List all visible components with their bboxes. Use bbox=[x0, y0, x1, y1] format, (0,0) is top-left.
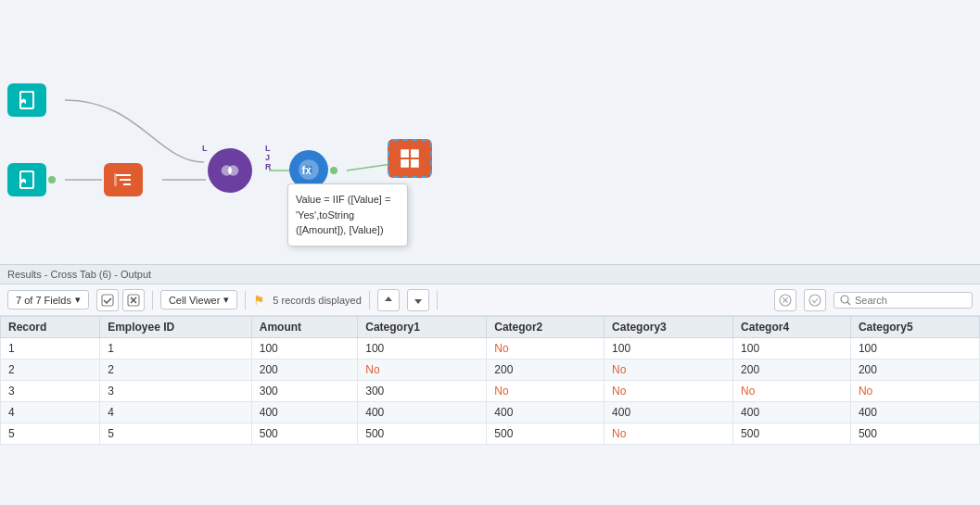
col-header-cat5: Category5 bbox=[850, 317, 979, 338]
output-dot-book2 bbox=[48, 176, 56, 183]
table-row: 33300300NoNoNoNo bbox=[1, 381, 980, 402]
book-icon-2 bbox=[16, 169, 38, 191]
search-input[interactable] bbox=[855, 295, 966, 306]
flag-icon: ⚑ bbox=[253, 293, 265, 308]
table-cell: 300 bbox=[358, 381, 487, 402]
book-icon bbox=[16, 89, 38, 111]
table-cell: 100 bbox=[733, 338, 851, 360]
col-header-amount: Amount bbox=[251, 317, 358, 338]
col-header-record: Record bbox=[1, 317, 100, 338]
svg-point-9 bbox=[809, 295, 821, 306]
col-header-cat4: Categor4 bbox=[733, 317, 851, 338]
table-cell: 400 bbox=[487, 402, 605, 423]
col-header-cat1: Category1 bbox=[358, 317, 487, 338]
svg-rect-2 bbox=[114, 173, 117, 186]
workflow-canvas: L L J R fx bbox=[0, 0, 980, 264]
crosstab-node[interactable] bbox=[388, 139, 432, 178]
table-cell: No bbox=[358, 360, 487, 381]
table-row: 22200No200No200200 bbox=[1, 360, 980, 381]
table-cell: 300 bbox=[251, 381, 358, 402]
results-table: Record Employee ID Amount Category1 Cate… bbox=[0, 316, 980, 445]
circle-check-btn[interactable] bbox=[804, 289, 826, 311]
viewer-dropdown-icon: ▾ bbox=[223, 294, 229, 306]
table-row: 44400400400400400400 bbox=[1, 402, 980, 423]
check-btn[interactable] bbox=[96, 289, 119, 311]
svg-line-11 bbox=[847, 302, 850, 305]
table-header-row: Record Employee ID Amount Category1 Cate… bbox=[1, 317, 980, 338]
table-cell: 5 bbox=[100, 423, 252, 445]
table-cell: 500 bbox=[358, 423, 487, 445]
circle-x-icon bbox=[779, 294, 792, 307]
table-cell: 100 bbox=[251, 338, 358, 360]
table-cell: No bbox=[850, 381, 979, 402]
col-header-employee-id: Employee ID bbox=[100, 317, 252, 338]
up-arrow-icon bbox=[383, 295, 394, 306]
down-arrow-btn[interactable] bbox=[407, 289, 429, 311]
divider3 bbox=[369, 291, 370, 309]
select-node[interactable] bbox=[104, 163, 143, 196]
table-cell: 4 bbox=[1, 402, 100, 423]
table-cell: 3 bbox=[100, 381, 252, 402]
join-icon bbox=[217, 158, 243, 183]
table-cell: 200 bbox=[850, 360, 979, 381]
svg-point-10 bbox=[841, 296, 848, 303]
table-cell: 1 bbox=[100, 338, 252, 360]
down-arrow-icon bbox=[413, 295, 424, 306]
table-cell: 200 bbox=[487, 360, 605, 381]
table-cell: 500 bbox=[850, 423, 979, 445]
formula-tooltip: Value = IIF ([Value] = 'Yes',toString ([… bbox=[287, 183, 408, 246]
table-cell: No bbox=[605, 360, 733, 381]
divider4 bbox=[437, 291, 438, 309]
book-input-2-node[interactable] bbox=[7, 163, 46, 196]
table-cell: 500 bbox=[487, 423, 605, 445]
table-cell: 4 bbox=[100, 402, 252, 423]
book-input-1-node[interactable] bbox=[7, 83, 46, 117]
circle-check-icon bbox=[808, 294, 821, 307]
table-cell: 400 bbox=[358, 402, 487, 423]
table-cell: 400 bbox=[251, 402, 358, 423]
table-row: 11100100No100100100 bbox=[1, 338, 980, 360]
search-box[interactable] bbox=[834, 292, 973, 309]
table-cell: 2 bbox=[100, 360, 252, 381]
table-cell: 3 bbox=[1, 381, 100, 402]
table-cell: No bbox=[487, 338, 605, 360]
col-header-cat2: Categor2 bbox=[487, 317, 605, 338]
cancel-btn[interactable] bbox=[122, 289, 145, 311]
select-icon bbox=[112, 169, 134, 191]
crosstab-icon bbox=[398, 146, 422, 170]
table-cell: No bbox=[487, 381, 605, 402]
results-bar: Results - Cross Tab (6) - Output bbox=[0, 264, 980, 284]
up-arrow-btn[interactable] bbox=[377, 289, 400, 311]
table-cell: 2 bbox=[1, 360, 100, 381]
join-node[interactable] bbox=[208, 148, 252, 193]
col-header-cat3: Category3 bbox=[605, 317, 733, 338]
svg-text:fx: fx bbox=[301, 164, 312, 177]
toolbar-icons bbox=[96, 289, 145, 311]
join-label-r: L J R bbox=[265, 144, 272, 171]
formula-output-dot bbox=[330, 167, 337, 174]
divider2 bbox=[245, 291, 246, 309]
table-cell: 500 bbox=[251, 423, 358, 445]
svg-rect-6 bbox=[102, 295, 113, 306]
table-cell: 5 bbox=[1, 423, 100, 445]
toolbar-right bbox=[774, 289, 973, 311]
data-table-container: Record Employee ID Amount Category1 Cate… bbox=[0, 316, 980, 445]
table-cell: No bbox=[733, 381, 851, 402]
fields-dropdown[interactable]: 7 of 7 Fields ▾ bbox=[7, 290, 89, 309]
table-body: 11100100No10010010022200No200No200200333… bbox=[1, 338, 980, 445]
table-cell: 400 bbox=[605, 402, 733, 423]
search-icon bbox=[840, 295, 851, 306]
table-cell: 1 bbox=[1, 338, 100, 360]
table-cell: 100 bbox=[358, 338, 487, 360]
formula-icon: fx bbox=[297, 158, 321, 182]
dropdown-arrow-icon: ▾ bbox=[75, 294, 81, 306]
table-row: 55500500500No500500 bbox=[1, 423, 980, 445]
cell-viewer-dropdown[interactable]: Cell Viewer ▾ bbox=[160, 290, 237, 309]
circle-cancel-btn[interactable] bbox=[774, 289, 796, 311]
table-cell: No bbox=[605, 423, 733, 445]
table-cell: 400 bbox=[733, 402, 851, 423]
records-count: 5 records displayed bbox=[273, 295, 361, 306]
check-icon bbox=[101, 294, 114, 307]
table-cell: No bbox=[605, 381, 733, 402]
divider1 bbox=[152, 291, 153, 309]
